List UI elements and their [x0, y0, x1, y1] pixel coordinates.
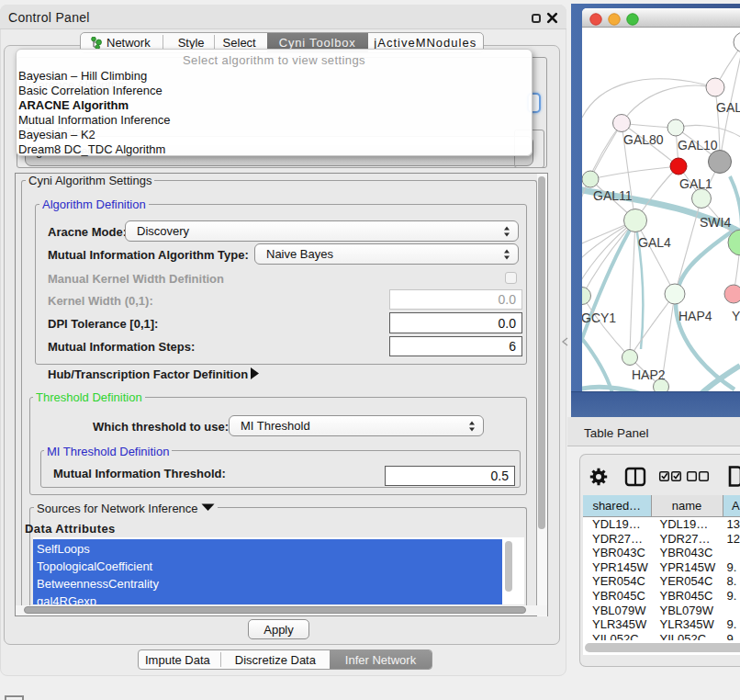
svg-text:SWI4: SWI4: [700, 215, 731, 230]
svg-text:GAL4: GAL4: [638, 235, 671, 250]
svg-text:GAL10: GAL10: [678, 138, 718, 152]
svg-text:YM: YM: [732, 309, 740, 323]
svg-text:GAL7: GAL7: [716, 100, 740, 115]
svg-text:GCY1: GCY1: [582, 310, 616, 325]
svg-text:HAP4: HAP4: [678, 309, 712, 323]
svg-text:GAL1: GAL1: [679, 176, 712, 191]
svg-text:HAP2: HAP2: [632, 367, 666, 382]
svg-text:GAL11: GAL11: [593, 188, 633, 203]
svg-text:GAL80: GAL80: [623, 132, 664, 147]
